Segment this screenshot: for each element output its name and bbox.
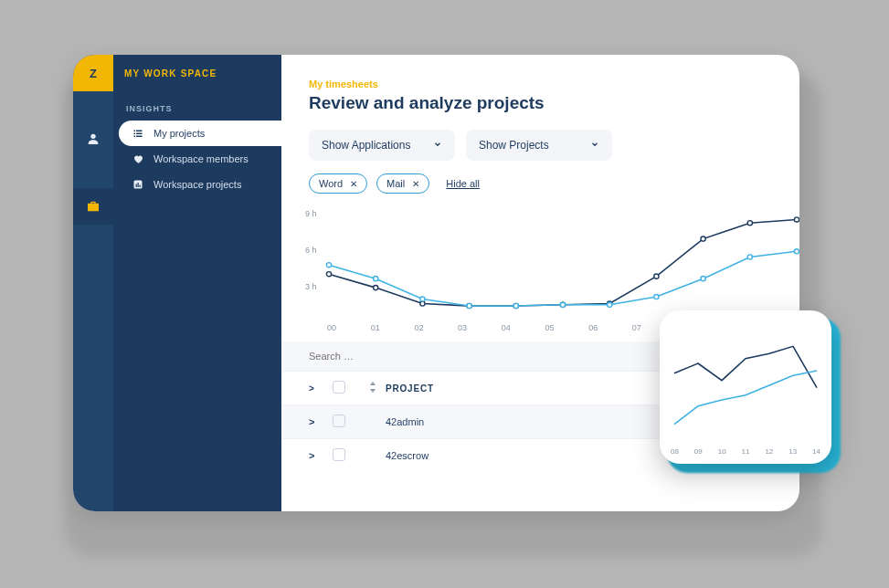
svg-point-12 [374, 286, 378, 290]
svg-point-24 [420, 297, 425, 301]
svg-marker-33 [370, 382, 376, 385]
expand-toggle[interactable]: > [309, 416, 333, 427]
svg-rect-10 [140, 185, 141, 188]
user-icon [86, 131, 101, 146]
svg-point-0 [90, 134, 95, 139]
svg-point-25 [467, 303, 471, 308]
row-checkbox[interactable] [333, 448, 369, 463]
sidebar-item-label: Workspace members [153, 153, 249, 164]
x-tick-label: 03 [458, 323, 467, 332]
select-label: Show Applications [322, 139, 410, 152]
x-tick-label: 07 [632, 323, 641, 332]
svg-rect-1 [134, 131, 136, 132]
svg-rect-6 [136, 136, 143, 138]
x-tick-label: 09 [694, 447, 703, 456]
chart-svg [325, 205, 799, 314]
select-applications[interactable]: Show Applications [309, 130, 455, 161]
svg-point-20 [747, 221, 752, 226]
page-title: Review and analyze projects [309, 93, 772, 113]
svg-point-18 [654, 274, 659, 278]
svg-point-26 [513, 303, 518, 308]
sidebar-item-label: Workspace projects [153, 179, 241, 190]
briefcase-icon [86, 199, 101, 214]
svg-rect-5 [134, 136, 136, 138]
x-tick-label: 10 [718, 447, 726, 456]
svg-point-23 [374, 277, 378, 281]
svg-point-32 [794, 249, 799, 254]
svg-point-29 [654, 294, 659, 299]
close-icon[interactable]: ✕ [350, 179, 357, 189]
nav-rail: Z [73, 55, 113, 511]
x-tick-label: 12 [765, 447, 773, 456]
x-tick-label: 06 [588, 323, 598, 332]
expand-toggle[interactable]: > [309, 450, 333, 461]
x-tick-label: 05 [545, 323, 554, 332]
chevron-down-icon [433, 139, 442, 152]
svg-rect-2 [136, 131, 143, 132]
y-tick-label: 3 h [305, 282, 317, 291]
mini-chart-svg [671, 323, 820, 440]
close-icon[interactable]: ✕ [412, 179, 419, 189]
rail-work-button[interactable] [73, 186, 113, 226]
chips-row: Word ✕ Mail ✕ Hide all [309, 173, 772, 194]
x-tick-label: 01 [371, 323, 380, 332]
sidebar-section-label: INSIGHTS [113, 91, 281, 121]
svg-rect-3 [134, 133, 136, 135]
svg-point-11 [326, 272, 331, 277]
svg-marker-34 [370, 389, 376, 393]
filter-chip-mail[interactable]: Mail ✕ [376, 173, 429, 194]
x-tick-label: 13 [788, 447, 797, 456]
svg-point-22 [326, 263, 331, 268]
svg-point-30 [701, 277, 705, 281]
select-label: Show Projects [479, 139, 549, 152]
row-checkbox[interactable] [333, 415, 369, 429]
filters-row: Show Applications Show Projects [309, 130, 772, 161]
sidebar-item-my-projects[interactable]: My projects [119, 121, 281, 146]
bar-icon [132, 179, 144, 190]
select-all-checkbox[interactable] [333, 381, 369, 395]
hide-all-link[interactable]: Hide all [446, 178, 480, 189]
expand-toggle[interactable]: > [309, 383, 333, 394]
sidebar: MY WORK SPACE INSIGHTS My projects Works… [113, 55, 281, 511]
svg-point-28 [608, 302, 612, 307]
chip-label: Mail [386, 178, 405, 189]
logo-badge: Z [73, 55, 113, 91]
sort-icon[interactable] [369, 382, 386, 394]
svg-point-27 [560, 302, 565, 307]
rail-user-button[interactable] [73, 119, 113, 159]
svg-rect-8 [136, 184, 137, 188]
x-tick-label: 08 [671, 447, 679, 456]
svg-point-31 [747, 255, 752, 259]
chevron-down-icon [590, 139, 599, 152]
x-tick-label: 14 [812, 447, 820, 456]
x-tick-label: 11 [742, 447, 750, 456]
chip-label: Word [319, 178, 343, 189]
workspace-title: MY WORK SPACE [113, 55, 281, 91]
search-input[interactable] [309, 351, 492, 362]
filter-chip-word[interactable]: Word ✕ [309, 173, 367, 194]
sidebar-item-projects[interactable]: Workspace projects [119, 172, 281, 197]
list-icon [132, 128, 144, 139]
sidebar-item-label: My projects [153, 128, 205, 139]
mini-chart-card: 08091011121314 [660, 310, 831, 464]
svg-rect-4 [136, 133, 143, 135]
mini-x-axis-labels: 08091011121314 [671, 447, 820, 456]
svg-rect-9 [138, 183, 139, 187]
y-tick-label: 9 h [305, 209, 317, 218]
breadcrumb[interactable]: My timesheets [309, 79, 772, 89]
heart-icon [132, 153, 144, 164]
x-tick-label: 02 [414, 323, 423, 332]
svg-point-21 [794, 217, 799, 222]
svg-point-19 [701, 236, 705, 241]
y-tick-label: 6 h [305, 246, 317, 255]
x-tick-label: 00 [327, 323, 336, 332]
select-projects[interactable]: Show Projects [466, 130, 612, 161]
x-tick-label: 04 [502, 323, 511, 332]
sidebar-item-members[interactable]: Workspace members [119, 146, 281, 172]
